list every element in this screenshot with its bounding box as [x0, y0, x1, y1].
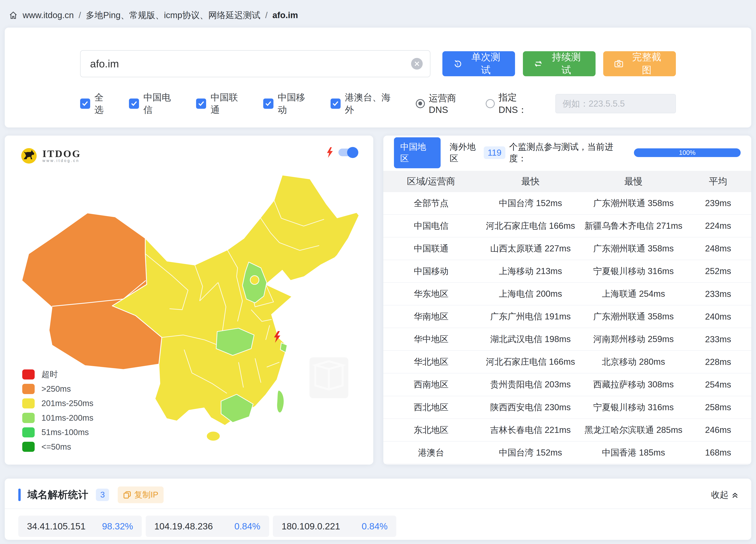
latency-table: 区域/运营商最快最慢平均 全部节点中国台湾 152ms广东潮州联通 358ms2… — [383, 171, 751, 464]
copy-icon — [123, 491, 131, 499]
table-cell: 中国香港 185ms — [582, 447, 685, 459]
table-cell: 中国联通 — [383, 243, 479, 254]
checkbox-1[interactable]: 中国电信 — [129, 91, 180, 116]
breadcrumb: www.itdog.cn / 多地Ping、常规版、icmp协议、网络延迟测试 … — [0, 0, 756, 23]
table-cell: 168ms — [685, 448, 751, 458]
itdog-ping-page: www.itdog.cn / 多地Ping、常规版、icmp协议、网络延迟测试 … — [0, 0, 756, 544]
table-cell: 258ms — [685, 402, 751, 412]
carrier-dns-radio[interactable]: 运营商DNS — [416, 92, 475, 115]
table-cell: 陕西西安电信 230ms — [479, 402, 582, 413]
checkbox-3[interactable]: 中国移动 — [263, 91, 314, 116]
table-row: 西北地区陕西西安电信 230ms宁夏银川移动 316ms258ms — [383, 396, 751, 419]
camera-icon — [614, 59, 624, 69]
continuous-test-button[interactable]: 持续测试 — [523, 51, 596, 76]
breadcrumb-current: afo.im — [272, 10, 298, 20]
table-cell: 北京移动 280ms — [582, 356, 685, 368]
checkbox-checked-icon — [80, 98, 90, 108]
ip-address: 180.109.0.221 — [282, 521, 340, 532]
resolution-count-badge: 3 — [96, 489, 109, 501]
radio-selected-icon — [416, 99, 425, 108]
table-cell: 中国台湾 152ms — [479, 447, 582, 459]
table-cell: 240ms — [685, 312, 751, 322]
breadcrumb-section[interactable]: 多地Ping、常规版、icmp协议、网络延迟测试 — [86, 9, 260, 21]
table-row: 华中地区湖北武汉电信 198ms河南郑州移动 259ms233ms — [383, 328, 751, 351]
home-icon — [9, 11, 18, 20]
table-cell: 228ms — [685, 357, 751, 367]
table-cell: 华东地区 — [383, 288, 479, 300]
table-cell: 河北石家庄电信 166ms — [479, 356, 582, 368]
target-host-input[interactable] — [80, 50, 430, 77]
table-cell: 上海移动 213ms — [479, 265, 582, 277]
table-cell: 华中地区 — [383, 334, 479, 345]
latency-legend: 超时>250ms201ms-250ms101ms-200ms51ms-100ms… — [22, 367, 94, 454]
monitor-text: 个监测点参与测试，当前进度： — [509, 141, 628, 164]
table-cell: 黑龙江哈尔滨联通 285ms — [582, 424, 685, 436]
custom-dns-input[interactable] — [555, 94, 676, 113]
dns-options: 运营商DNS 指定DNS： — [416, 91, 676, 116]
legend-swatch — [22, 442, 35, 452]
clear-input-icon[interactable] — [411, 58, 423, 70]
table-row: 中国移动上海移动 213ms宁夏银川移动 316ms252ms — [383, 260, 751, 283]
table-row: 全部节点中国台湾 152ms广东潮州联通 358ms239ms — [383, 192, 751, 215]
monitor-count-badge: 119 — [484, 146, 505, 159]
ip-address: 104.19.48.236 — [154, 521, 213, 532]
tab-china-region[interactable]: 中国地区 — [394, 137, 441, 168]
table-cell: 中国电信 — [383, 220, 479, 232]
table-cell: 上海电信 200ms — [479, 288, 582, 300]
table-cell: 河南郑州移动 259ms — [582, 334, 685, 345]
section-accent-bar — [18, 489, 21, 501]
latency-map-card: ITDOG www.itdog.cn — [5, 135, 373, 465]
legend-item: 201ms-250ms — [22, 396, 94, 411]
ip-stats-row: 34.41.105.15198.32%104.19.48.2360.84%180… — [5, 509, 751, 537]
collapse-button[interactable]: 收起 — [711, 489, 739, 501]
table-row: 中国电信河北石家庄电信 166ms新疆乌鲁木齐电信 271ms224ms — [383, 215, 751, 237]
column-header: 最慢 — [582, 175, 685, 187]
table-cell: 中国台湾 152ms — [479, 197, 582, 209]
checkbox-0[interactable]: 全选 — [80, 91, 113, 116]
table-cell: 全部节点 — [383, 197, 479, 209]
table-cell: 246ms — [685, 425, 751, 435]
column-header: 区域/运营商 — [383, 175, 479, 187]
checkbox-2[interactable]: 中国联通 — [196, 91, 247, 116]
svg-text:1: 1 — [457, 62, 459, 66]
legend-item: >250ms — [22, 382, 94, 396]
full-screenshot-button[interactable]: 完整截图 — [603, 51, 676, 76]
legend-swatch — [22, 398, 35, 409]
ip-stat-card: 104.19.48.2360.84% — [146, 516, 269, 537]
checkbox-checked-icon — [263, 98, 273, 108]
tab-overseas-region[interactable]: 海外地区 — [450, 141, 484, 164]
table-cell: 贵州贵阳电信 203ms — [479, 379, 582, 390]
table-cell: 东北地区 — [383, 424, 479, 436]
column-header: 平均 — [685, 175, 751, 187]
ip-address: 34.41.105.151 — [27, 521, 85, 532]
table-row: 华东地区上海电信 200ms上海联通 254ms233ms — [383, 283, 751, 306]
table-cell: 233ms — [685, 334, 751, 344]
legend-item: 101ms-200ms — [22, 411, 94, 425]
table-cell: 广东潮州联通 358ms — [582, 243, 685, 254]
breadcrumb-home[interactable]: www.itdog.cn — [23, 10, 74, 20]
ip-percentage: 0.84% — [362, 521, 388, 532]
results-card: 中国地区 海外地区 119 个监测点参与测试，当前进度： 100% 区域/运营商… — [383, 135, 751, 465]
table-cell: 新疆乌鲁木齐电信 271ms — [582, 220, 685, 232]
legend-swatch — [22, 370, 35, 380]
repeat-icon — [533, 59, 543, 69]
table-cell: 248ms — [685, 243, 751, 253]
map-watermark — [309, 357, 348, 398]
table-header: 区域/运营商最快最慢平均 — [383, 171, 751, 192]
table-cell: 广东潮州联通 358ms — [582, 197, 685, 209]
column-header: 最快 — [479, 175, 582, 187]
progress-bar: 100% — [634, 148, 741, 157]
table-row: 西南地区贵州贵阳电信 203ms西藏拉萨移动 308ms254ms — [383, 373, 751, 396]
single-test-button[interactable]: 1 单次测试 — [442, 51, 515, 76]
custom-dns-radio[interactable]: 指定DNS： — [486, 91, 545, 116]
table-cell: 上海联通 254ms — [582, 288, 685, 300]
legend-item: 超时 — [22, 367, 94, 382]
table-cell: 华北地区 — [383, 356, 479, 368]
test-form-card: 1 单次测试 持续测试 完整截图 全选中国电信中国联通中国移动港澳台、海外 — [5, 28, 751, 127]
ip-stat-card: 34.41.105.15198.32% — [18, 516, 142, 537]
legend-swatch — [22, 413, 35, 423]
copy-ip-button[interactable]: 复制IP — [118, 487, 164, 503]
checkbox-4[interactable]: 港澳台、海外 — [331, 91, 399, 116]
legend-swatch — [22, 427, 35, 437]
refresh-once-icon: 1 — [453, 59, 463, 69]
